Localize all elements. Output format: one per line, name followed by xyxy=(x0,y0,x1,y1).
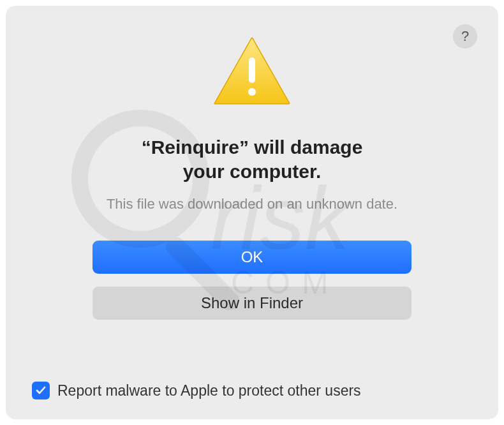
gatekeeper-warning-dialog: risk .COM ? “Reinquire” will damage your… xyxy=(6,6,498,419)
button-group: OK Show in Finder xyxy=(93,241,411,320)
show-in-finder-label: Show in Finder xyxy=(201,294,303,312)
show-in-finder-button[interactable]: Show in Finder xyxy=(93,287,411,320)
report-malware-checkbox[interactable] xyxy=(32,382,50,399)
warning-icon xyxy=(211,34,293,112)
dialog-subtitle: This file was downloaded on an unknown d… xyxy=(107,196,397,212)
ok-button-label: OK xyxy=(241,248,263,266)
check-icon xyxy=(35,385,47,396)
help-icon: ? xyxy=(461,28,469,45)
dialog-title: “Reinquire” will damage your computer. xyxy=(142,135,363,183)
svg-point-5 xyxy=(248,88,256,96)
report-malware-row: Report malware to Apple to protect other… xyxy=(32,382,361,399)
title-line-1: “Reinquire” will damage xyxy=(142,135,363,160)
help-button[interactable]: ? xyxy=(453,24,477,48)
svg-rect-4 xyxy=(249,57,255,83)
report-malware-label: Report malware to Apple to protect other… xyxy=(57,382,361,399)
title-line-2: your computer. xyxy=(142,160,363,184)
ok-button[interactable]: OK xyxy=(93,241,411,274)
